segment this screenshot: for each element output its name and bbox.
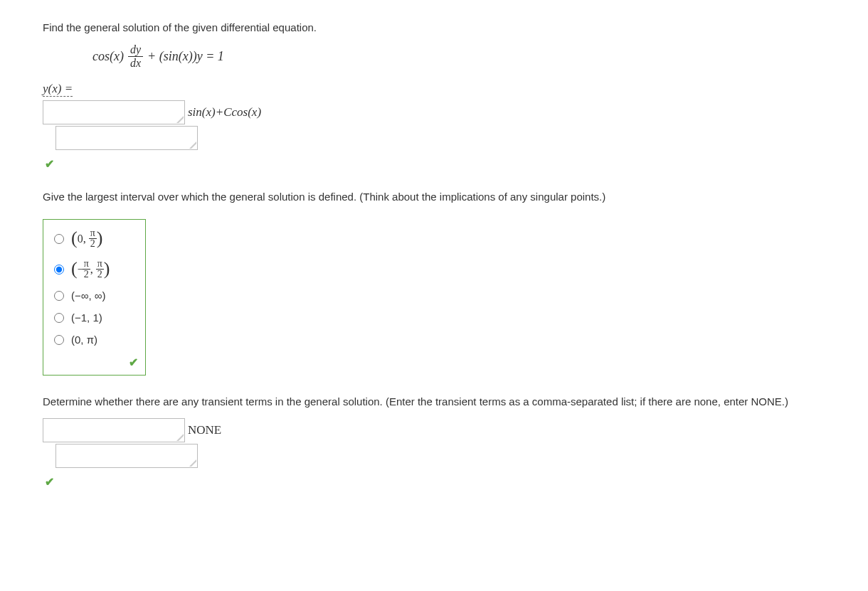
resize-handle-icon[interactable]	[189, 142, 196, 149]
opt1-label: ( 0 , π 2 )	[71, 228, 102, 249]
q2-prompt: Give the largest interval over which the…	[43, 191, 825, 203]
q1-equation: cos(x) dy dx + (sin(x))y = 1	[92, 44, 825, 69]
q2-option-4[interactable]: (−1, 1)	[51, 312, 138, 324]
opt2-left-frac: π 2	[83, 259, 90, 279]
eq-fraction: dy dx	[128, 44, 143, 69]
resize-handle-icon[interactable]	[176, 434, 184, 441]
radio-opt4[interactable]	[54, 313, 64, 323]
eq-dy: dy	[128, 44, 143, 57]
q1-answer-text: sin(x)+Ccos(x)	[188, 105, 261, 119]
q2-option-2[interactable]: ( − π 2 , π 2 )	[51, 259, 138, 279]
radio-opt1[interactable]	[54, 234, 64, 244]
q2-checkmark: ✔	[51, 356, 138, 369]
q3-answer-text: NONE	[188, 423, 221, 437]
question3: Determine whether there are any transien…	[43, 395, 825, 489]
radio-opt2[interactable]	[54, 265, 64, 275]
radio-opt5[interactable]	[54, 335, 64, 345]
eq-rest: + (sin(x))y = 1	[147, 49, 224, 64]
q2-option-5[interactable]: (0, π)	[51, 334, 138, 346]
question1: Find the general solution of the given d…	[43, 21, 825, 171]
q2-options: ( 0 , π 2 ) ( − π 2 ,	[43, 219, 146, 376]
opt1-right-frac: π 2	[89, 228, 97, 249]
check-icon: ✔	[45, 476, 54, 488]
opt4-label: (−1, 1)	[71, 312, 102, 324]
q1-answer-input-2[interactable]	[55, 126, 198, 150]
q3-answer-block: NONE	[43, 418, 825, 468]
opt2-label: ( − π 2 , π 2 )	[71, 259, 110, 279]
eq-dx: dx	[128, 57, 143, 69]
q2-option-1[interactable]: ( 0 , π 2 )	[51, 228, 138, 249]
q1-prompt: Find the general solution of the given d…	[43, 21, 825, 33]
q1-checkmark: ✔	[45, 157, 825, 171]
radio-opt3[interactable]	[54, 291, 64, 301]
q2-option-3[interactable]: (−∞, ∞)	[51, 289, 138, 302]
opt5-label: (0, π)	[71, 334, 97, 346]
q3-answer-input-2[interactable]	[55, 444, 198, 468]
yx-label: y(x) =	[43, 82, 73, 97]
resize-handle-icon[interactable]	[176, 116, 184, 123]
q3-prompt: Determine whether there are any transien…	[43, 395, 825, 408]
check-icon: ✔	[129, 356, 138, 368]
eq-cos: cos(x)	[92, 49, 124, 64]
q3-checkmark: ✔	[45, 475, 825, 489]
q1-answer-block: sin(x)+Ccos(x)	[43, 100, 825, 150]
opt2-right-frac: π 2	[96, 259, 104, 279]
check-icon: ✔	[45, 158, 54, 170]
question2: Give the largest interval over which the…	[43, 191, 825, 376]
q1-answer-input[interactable]	[43, 100, 185, 124]
opt1-left: 0	[78, 233, 83, 245]
opt3-label: (−∞, ∞)	[71, 289, 105, 302]
resize-handle-icon[interactable]	[189, 459, 196, 467]
q3-answer-input[interactable]	[43, 418, 185, 442]
